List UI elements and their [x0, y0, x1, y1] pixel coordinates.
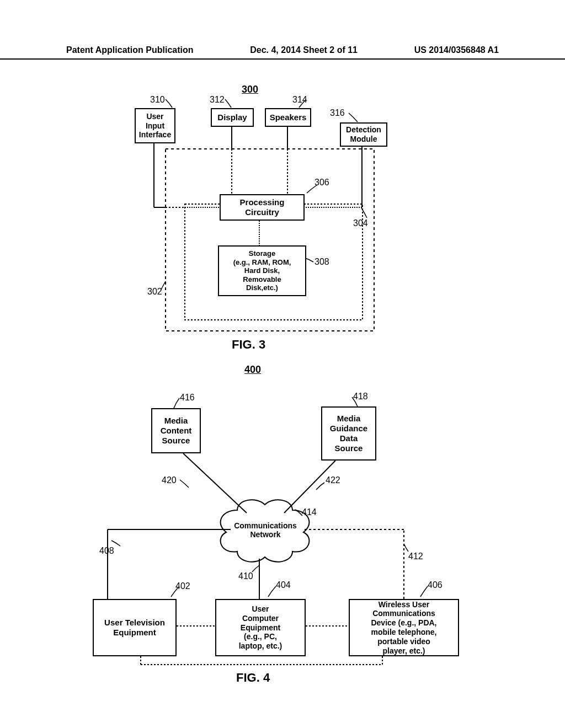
svg-line-14: [284, 461, 335, 513]
label-420: 420: [162, 475, 177, 485]
box-media-guidance-source: MediaGuidanceDataSource: [321, 406, 376, 461]
box-communications-network: CommunicationsNetwork: [222, 521, 309, 539]
label-404: 404: [276, 580, 291, 590]
fig3-ref: 300: [242, 84, 258, 95]
label-414: 414: [302, 507, 317, 517]
label-310: 310: [150, 95, 165, 105]
label-416: 416: [180, 393, 195, 403]
svg-line-13: [183, 453, 247, 513]
header-center: Dec. 4, 2014 Sheet 2 of 11: [250, 45, 358, 55]
box-user-tv-equipment: User TelevisionEquipment: [93, 599, 177, 656]
svg-rect-0: [166, 149, 374, 331]
label-402: 402: [175, 581, 190, 591]
label-422: 422: [326, 475, 340, 485]
header-right: US 2014/0356848 A1: [414, 45, 499, 55]
box-speakers: Speakers: [265, 108, 311, 127]
box-user-input-interface: UserInputInterface: [135, 108, 175, 143]
box-display: Display: [211, 108, 254, 127]
fig4-caption: FIG. 4: [236, 671, 270, 685]
patent-page: Patent Application Publication Dec. 4, 2…: [0, 0, 565, 728]
label-316: 316: [330, 108, 345, 118]
label-314: 314: [292, 95, 307, 105]
box-processing-circuitry: ProcessingCircuitry: [220, 194, 305, 221]
label-418: 418: [353, 392, 368, 402]
label-408: 408: [99, 546, 114, 556]
fig4-ref: 400: [244, 364, 261, 376]
label-302: 302: [147, 287, 162, 297]
page-header: Patent Application Publication Dec. 4, 2…: [0, 45, 565, 60]
header-left: Patent Application Publication: [66, 45, 194, 55]
box-detection-module: DetectionModule: [340, 122, 387, 147]
box-storage: Storage(e.g., RAM, ROM,Hard Disk,Removab…: [218, 245, 306, 296]
box-wireless-device: Wireless UserCommunicationsDevice (e.g.,…: [349, 599, 459, 656]
label-410: 410: [238, 571, 253, 581]
box-user-computer-equipment: UserComputerEquipment(e.g., PC,laptop, e…: [215, 599, 306, 656]
label-412: 412: [408, 552, 423, 561]
fig3-caption: FIG. 3: [232, 338, 265, 352]
label-304: 304: [353, 218, 368, 228]
label-306: 306: [315, 178, 329, 188]
box-media-content-source: MediaContentSource: [151, 408, 201, 453]
label-308: 308: [315, 257, 329, 267]
label-406: 406: [428, 580, 443, 590]
label-312: 312: [210, 95, 225, 105]
